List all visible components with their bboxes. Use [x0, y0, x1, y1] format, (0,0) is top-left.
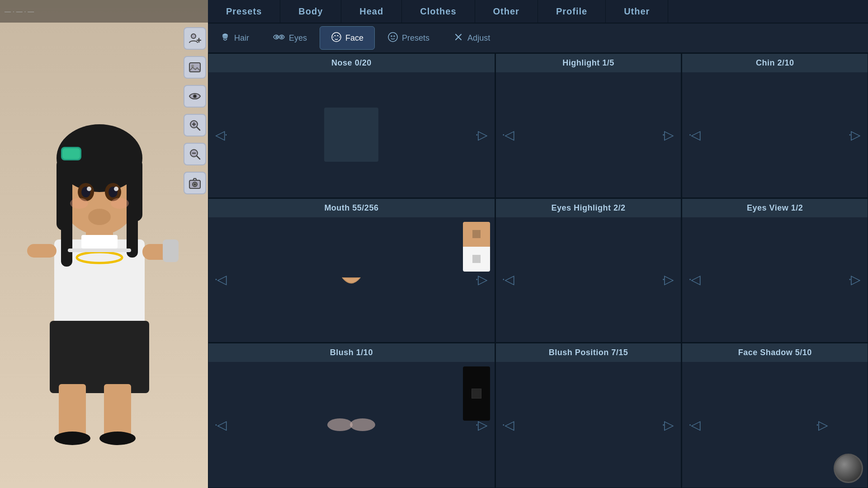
chin-right-arrow-icon: ▷ [851, 127, 861, 142]
adjust-icon [453, 32, 464, 45]
highlight-right-arrow-icon: ▷ [664, 127, 674, 142]
blush-header: Blush 1/10 [208, 343, 495, 362]
blush-body: • ◁ • ▷ [208, 362, 495, 488]
subtab-eyes[interactable]: Eyes [262, 26, 318, 50]
blush-left-arrow-icon: ◁ [217, 418, 227, 432]
chin-body: • ◁ • ▷ [682, 72, 868, 197]
fs-right-arrow-icon: ▷ [818, 418, 828, 432]
content-area: Nose 0/20 ◁ • • ▷ Highlight 1/5 • ◁ [208, 53, 868, 488]
tab-head[interactable]: Head [341, 0, 402, 23]
eyes-view-cell: Eyes View 1/2 • ◁ • ▷ [681, 198, 868, 343]
subtab-eyes-label: Eyes [289, 33, 307, 43]
camera-button[interactable] [184, 172, 206, 194]
svg-rect-3 [104, 384, 131, 438]
blush-preview [324, 411, 378, 438]
zoom-out-button[interactable] [184, 143, 206, 165]
subtab-presets[interactable]: Presets [377, 26, 440, 50]
svg-point-21 [70, 198, 88, 209]
svg-point-22 [111, 198, 129, 209]
eyes-highlight-prev-button[interactable]: • ◁ [500, 271, 518, 289]
svg-point-36 [194, 95, 196, 97]
nose-body: ◁ • • ▷ [208, 72, 495, 197]
tab-clothes[interactable]: Clothes [402, 0, 475, 23]
face-shadow-prev-button[interactable]: • ◁ [686, 416, 704, 434]
tab-uther[interactable]: Uther [606, 0, 668, 23]
highlight-left-arrow-icon: ◁ [505, 127, 514, 142]
tab-other[interactable]: Other [475, 0, 538, 23]
highlight-body: • ◁ • ▷ [496, 72, 681, 197]
svg-point-55 [393, 35, 395, 37]
subtab-presets-label: Presets [402, 33, 429, 43]
mouth-prev-button[interactable]: • ◁ [212, 271, 230, 289]
eyes-view-header: Eyes View 1/2 [682, 199, 868, 217]
blush-color-swatch[interactable] [463, 366, 490, 421]
nose-next-button[interactable]: • ▷ [473, 126, 491, 144]
mouth-swatch-dot2 [472, 255, 481, 263]
blushp-left-arrow-icon: ◁ [505, 418, 514, 432]
eyes-view-prev-button[interactable]: • ◁ [686, 271, 704, 289]
fs-left-arrow-icon: ◁ [691, 418, 701, 432]
subtab-adjust[interactable]: Adjust [442, 26, 501, 50]
mouth-swatch-top [463, 222, 490, 247]
svg-point-58 [327, 418, 353, 431]
nose-left-dot: • [225, 132, 227, 137]
presets-icon [387, 32, 398, 45]
svg-point-18 [87, 187, 91, 191]
joystick-control[interactable] [834, 454, 863, 483]
chin-left-arrow-icon: ◁ [691, 127, 701, 142]
eye-button[interactable] [184, 85, 206, 108]
eyes-highlight-next-button[interactable]: • ▷ [659, 271, 677, 289]
eyes-view-next-button[interactable]: • ▷ [846, 271, 864, 289]
eyes-view-body: • ◁ • ▷ [682, 217, 868, 343]
eyesh-right-arrow-icon: ▷ [664, 272, 674, 287]
blush-pos-prev-button[interactable]: • ◁ [500, 416, 518, 434]
blush-position-header: Blush Position 7/15 [496, 343, 681, 362]
mouth-left-arrow-icon: ◁ [217, 272, 227, 287]
svg-point-46 [194, 183, 196, 186]
highlight-cell: Highlight 1/5 • ◁ • ▷ [495, 53, 682, 198]
subtab-adjust-label: Adjust [467, 33, 490, 43]
mouth-body: • ◁ • ▷ [208, 217, 495, 343]
eyesh-left-arrow-icon: ◁ [505, 272, 514, 287]
zoom-in-button[interactable] [184, 114, 206, 136]
eyes-highlight-header: Eyes Highlight 2/2 [496, 199, 681, 217]
svg-point-49 [280, 36, 283, 38]
nose-preview [324, 108, 378, 162]
image-button[interactable] [184, 56, 206, 79]
svg-point-30 [191, 34, 196, 38]
svg-rect-2 [59, 384, 86, 438]
svg-rect-24 [62, 148, 80, 159]
tab-body[interactable]: Body [280, 0, 341, 23]
subtab-hair[interactable]: Hair [209, 26, 260, 50]
tab-profile[interactable]: Profile [538, 0, 606, 23]
blush-position-cell: Blush Position 7/15 • ◁ • ▷ [495, 343, 682, 488]
top-bar-text: — · — · — [5, 8, 34, 15]
tab-presets[interactable]: Presets [208, 0, 280, 23]
nose-prev-button[interactable]: ◁ • [212, 126, 230, 144]
mouth-next-button[interactable]: • ▷ [473, 271, 491, 289]
highlight-prev-button[interactable]: • ◁ [500, 126, 518, 144]
character-preview-panel: — · — · — [0, 0, 208, 488]
add-person-button[interactable] [184, 27, 206, 50]
face-shadow-cell: Face Shadow 5/10 • ◁ • ▷ [681, 343, 868, 488]
subtab-face-label: Face [345, 33, 363, 43]
nose-header: Nose 0/20 [208, 54, 495, 72]
face-shadow-next-button[interactable]: • ▷ [813, 416, 831, 434]
chin-prev-button[interactable]: • ◁ [686, 126, 704, 144]
blush-position-body: • ◁ • ▷ [496, 362, 681, 488]
blush-pos-next-button[interactable]: • ▷ [659, 416, 677, 434]
face-icon [331, 32, 342, 45]
face-shadow-body: • ◁ • ▷ [682, 362, 868, 488]
chin-header: Chin 2/10 [682, 54, 868, 72]
subtab-face[interactable]: Face [320, 26, 375, 50]
mouth-color-swatch[interactable] [463, 222, 490, 272]
chin-next-button[interactable]: • ▷ [846, 126, 864, 144]
blush-prev-button[interactable]: • ◁ [212, 416, 230, 434]
svg-rect-28 [27, 244, 57, 258]
svg-point-4 [54, 432, 90, 445]
svg-point-5 [99, 432, 136, 445]
subtab-hair-label: Hair [234, 33, 249, 43]
tab-bar: Presets Body Head Clothes Other Profile … [208, 0, 868, 23]
highlight-next-button[interactable]: • ▷ [659, 126, 677, 144]
blush-next-button[interactable]: • ▷ [473, 416, 491, 434]
